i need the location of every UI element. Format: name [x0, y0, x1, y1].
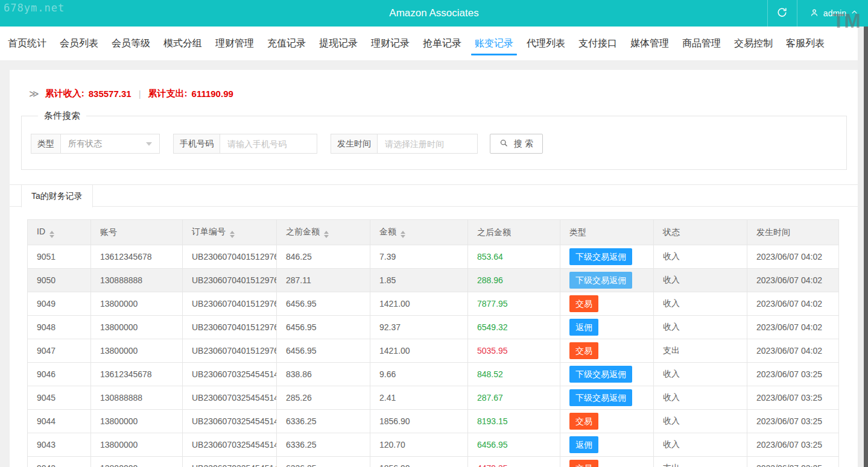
sort-icon[interactable]	[324, 231, 329, 238]
column-label: 之后金额	[477, 227, 511, 237]
table-header-row: ID账号订单编号之前金额金额之后金额类型状态发生时间	[28, 220, 839, 245]
type-badge[interactable]: 返佣	[569, 319, 598, 336]
cell-account: 13800000	[91, 457, 183, 467]
nav-item-16[interactable]: 客服列表	[779, 27, 831, 60]
column-label: ID	[37, 227, 45, 236]
records-tab-bar: Ta的财务记录	[10, 184, 858, 207]
type-badge[interactable]: 交易	[569, 460, 598, 467]
cell-before-amount: 6456.95	[277, 292, 370, 316]
cell-order: UB2306070325454514	[183, 386, 277, 410]
nav-item-15[interactable]: 交易控制	[727, 27, 779, 60]
sort-icon[interactable]	[401, 231, 405, 238]
table-body: 905113612345678UB2306070401512976846.257…	[28, 245, 839, 467]
sort-icon[interactable]	[230, 231, 235, 238]
total-expense-label: 累计支出:	[148, 88, 188, 99]
cell-type: 交易	[560, 292, 654, 316]
nav-item-14[interactable]: 商品管理	[676, 27, 727, 60]
nav-item-7[interactable]: 提现记录	[312, 27, 364, 60]
nav-item-8[interactable]: 理财记录	[364, 27, 416, 60]
refresh-button[interactable]	[767, 0, 797, 27]
nav-item-9[interactable]: 抢单记录	[416, 27, 468, 60]
cell-after-amount: 287.67	[468, 386, 560, 410]
search-panel-title: 条件搜索	[38, 110, 86, 122]
cell-type: 返佣	[560, 433, 654, 457]
cell-after-amount: 288.96	[468, 269, 560, 292]
type-badge[interactable]: 下级交易返佣	[569, 366, 632, 383]
search-panel: 条件搜索 类型 所有状态 手机号码 发生时间	[21, 110, 847, 170]
cell-after-amount: 5035.95	[468, 339, 560, 363]
column-header: 发生时间	[747, 220, 839, 245]
table-row: 904413800000UB23060703254545146336.25185…	[28, 410, 839, 433]
cell-amount: 1421.00	[370, 339, 468, 363]
scrollbar[interactable]	[858, 27, 868, 467]
cell-time: 2023/06/07 04:02	[747, 339, 839, 363]
cell-after-amount: 4479.35	[468, 457, 560, 467]
cell-order: UB2306070325454514	[183, 457, 277, 467]
cell-time: 2023/06/07 03:25	[747, 363, 839, 386]
cell-amount: 7.39	[370, 245, 468, 269]
table-row: 904713800000UB23060704015129766456.95142…	[28, 339, 839, 363]
nav-item-4[interactable]: 模式分组	[157, 27, 209, 60]
cell-amount: 120.70	[370, 433, 468, 457]
cell-after-amount: 6549.32	[468, 316, 560, 339]
cell-amount: 1421.00	[370, 292, 468, 316]
search-button[interactable]: 搜 索	[490, 134, 543, 154]
time-input[interactable]	[378, 134, 477, 153]
cell-account: 13800000	[91, 292, 183, 316]
cell-status: 收入	[654, 245, 747, 269]
phone-input[interactable]	[220, 134, 317, 153]
type-badge[interactable]: 交易	[569, 295, 598, 312]
column-label: 类型	[569, 227, 586, 237]
cell-order: UB2306070401512976	[183, 245, 277, 269]
table-row: 904613612345678UB2306070325454514838.869…	[28, 363, 839, 386]
nav-item-3[interactable]: 会员等级	[105, 27, 157, 60]
nav-item-12[interactable]: 支付接口	[572, 27, 624, 60]
cell-order: UB2306070325454514	[183, 363, 277, 386]
nav-item-10[interactable]: 账变记录	[468, 27, 520, 60]
nav-item-5[interactable]: 理财管理	[209, 27, 261, 60]
cell-status: 支出	[654, 339, 747, 363]
cell-status: 支出	[654, 457, 747, 467]
column-header: 状态	[654, 220, 747, 245]
cell-order: UB2306070401512976	[183, 339, 277, 363]
cell-before-amount: 6456.95	[277, 339, 370, 363]
nav-item-1[interactable]: 首页统计	[1, 27, 53, 60]
tab-financial-records[interactable]: Ta的财务记录	[21, 185, 93, 207]
nav-item-13[interactable]: 媒体管理	[624, 27, 676, 60]
cell-time: 2023/06/07 03:25	[747, 386, 839, 410]
chevron-down-icon	[146, 142, 152, 146]
search-button-label: 搜 索	[514, 139, 533, 149]
cell-order: UB2306070325454514	[183, 410, 277, 433]
type-badge[interactable]: 交易	[569, 342, 598, 359]
nav-item-2[interactable]: 会员列表	[53, 27, 105, 60]
type-badge[interactable]: 下级交易返佣	[569, 272, 632, 289]
cell-amount: 1856.90	[370, 457, 468, 467]
column-header: 类型	[560, 220, 654, 245]
cell-type: 下级交易返佣	[560, 363, 654, 386]
type-select[interactable]: 所有状态	[61, 134, 159, 153]
table-row: 905113612345678UB2306070401512976846.257…	[28, 245, 839, 269]
nav-item-6[interactable]: 充值记录	[261, 27, 312, 60]
cell-type: 交易	[560, 339, 654, 363]
cell-time: 2023/06/07 04:02	[747, 292, 839, 316]
user-icon	[809, 8, 819, 19]
type-badge[interactable]: 下级交易返佣	[569, 248, 632, 265]
table-row: 904313800000UB23060703254545146336.25120…	[28, 433, 839, 457]
phone-filter-group: 手机号码	[173, 134, 317, 154]
type-badge[interactable]: 返佣	[569, 436, 598, 453]
cell-status: 收入	[654, 292, 747, 316]
records-table-wrap: ID账号订单编号之前金额金额之后金额类型状态发生时间 9051136123456…	[27, 219, 838, 467]
nav-item-11[interactable]: 代理列表	[520, 27, 572, 60]
column-header: 之前金额	[277, 220, 370, 245]
cell-id: 9045	[28, 386, 91, 410]
cell-account: 13800000	[91, 316, 183, 339]
cell-before-amount: 846.25	[277, 245, 370, 269]
type-badge[interactable]: 交易	[569, 413, 598, 430]
records-table: ID账号订单编号之前金额金额之后金额类型状态发生时间 9051136123456…	[27, 219, 839, 467]
totals-bar: ≫ 累计收入: 835577.31 | 累计支出: 611190.99	[10, 88, 858, 99]
type-badge[interactable]: 下级交易返佣	[569, 389, 632, 406]
cell-status: 收入	[654, 316, 747, 339]
sort-icon[interactable]	[49, 231, 54, 238]
column-header: 之后金额	[468, 220, 560, 245]
scrollbar-thumb[interactable]	[864, 27, 868, 467]
